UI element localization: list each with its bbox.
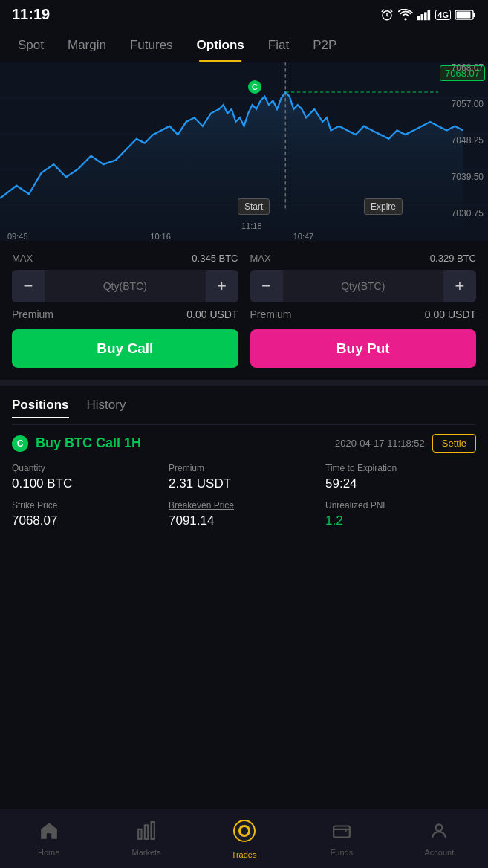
trading-section: MAX 0.345 BTC − + Premium 0.00 USDT MAX … bbox=[0, 241, 488, 380]
wifi-icon bbox=[398, 9, 413, 21]
nav-funds-label: Funds bbox=[331, 848, 354, 857]
start-label: Start bbox=[238, 198, 270, 215]
nav-markets[interactable]: Markets bbox=[97, 821, 195, 857]
left-qty-input[interactable] bbox=[45, 280, 206, 292]
nav-trades[interactable]: Trades bbox=[195, 819, 293, 859]
premium-label: Premium bbox=[169, 463, 319, 473]
tab-options[interactable]: Options bbox=[185, 29, 256, 62]
start-time: 11:18 bbox=[241, 221, 262, 230]
field-pnl: Unrealized PNL 1.2 bbox=[325, 500, 476, 528]
strike-value: 7068.07 bbox=[12, 514, 163, 528]
c-marker: C bbox=[248, 80, 261, 94]
svg-rect-7 bbox=[457, 11, 471, 18]
breakeven-value: 7091.14 bbox=[169, 514, 319, 528]
signal-icon bbox=[417, 9, 431, 21]
right-max-label: MAX 0.329 BTC bbox=[250, 253, 477, 264]
home-icon bbox=[39, 821, 59, 845]
status-time: 11:19 bbox=[12, 6, 50, 23]
positions-tabs: Positions History bbox=[12, 398, 476, 418]
field-breakeven: Breakeven Price 7091.14 bbox=[169, 500, 319, 528]
position-date: 2020-04-17 11:18:52 bbox=[335, 438, 425, 449]
svg-marker-14 bbox=[41, 823, 57, 839]
network-badge: 4G bbox=[435, 10, 451, 20]
field-strike: Strike Price 7068.07 bbox=[12, 500, 163, 528]
nav-account[interactable]: Account bbox=[391, 821, 488, 857]
quantity-value: 0.100 BTC bbox=[12, 476, 163, 491]
alarm-icon bbox=[380, 8, 394, 22]
svg-rect-6 bbox=[473, 13, 475, 17]
pnl-value: 1.2 bbox=[325, 514, 476, 528]
position-grid: Quantity 0.100 BTC Premium 2.31 USDT Tim… bbox=[12, 463, 476, 528]
tab-history[interactable]: History bbox=[87, 398, 126, 418]
tab-margin[interactable]: Margin bbox=[56, 29, 118, 62]
divider bbox=[0, 380, 488, 386]
svg-rect-3 bbox=[424, 12, 427, 20]
buy-call-button[interactable]: Buy Call bbox=[12, 329, 238, 368]
settle-button[interactable]: Settle bbox=[432, 434, 476, 453]
positions-section: Positions History C Buy BTC Call 1H 2020… bbox=[0, 386, 488, 549]
field-premium: Premium 2.31 USDT bbox=[169, 463, 319, 491]
pnl-label: Unrealized PNL bbox=[325, 500, 476, 511]
price-axis: 7068.07 7057.00 7048.25 7039.50 7030.75 bbox=[452, 62, 484, 218]
svg-rect-16 bbox=[145, 825, 148, 838]
svg-rect-15 bbox=[138, 829, 141, 838]
breakeven-label: Breakeven Price bbox=[169, 500, 319, 511]
svg-rect-2 bbox=[421, 14, 424, 20]
left-qty-control: − + bbox=[12, 270, 238, 302]
svg-rect-21 bbox=[334, 826, 350, 837]
right-premium-row: Premium 0.00 USDT bbox=[250, 308, 477, 320]
nav-home-label: Home bbox=[38, 848, 59, 857]
position-header: C Buy BTC Call 1H 2020-04-17 11:18:52 Se… bbox=[12, 434, 476, 453]
left-premium-row: Premium 0.00 USDT bbox=[12, 308, 238, 320]
nav-trades-label: Trades bbox=[232, 850, 257, 859]
trades-icon bbox=[232, 819, 256, 847]
account-icon bbox=[429, 821, 449, 845]
premium-value: 2.31 USDT bbox=[169, 476, 319, 491]
tab-p2p[interactable]: P2P bbox=[301, 29, 348, 62]
quantity-label: Quantity bbox=[12, 463, 163, 473]
right-max: MAX 0.329 BTC − + Premium 0.00 USDT bbox=[250, 253, 477, 320]
strike-label: Strike Price bbox=[12, 500, 163, 511]
right-qty-input[interactable] bbox=[283, 280, 444, 292]
status-icons: 4G bbox=[380, 8, 476, 22]
max-row: MAX 0.345 BTC − + Premium 0.00 USDT MAX … bbox=[12, 253, 476, 320]
nav-account-label: Account bbox=[424, 848, 454, 857]
svg-point-20 bbox=[241, 827, 248, 835]
position-card: C Buy BTC Call 1H 2020-04-17 11:18:52 Se… bbox=[12, 424, 476, 537]
svg-rect-1 bbox=[417, 16, 420, 19]
field-quantity: Quantity 0.100 BTC bbox=[12, 463, 163, 491]
chart-area[interactable]: C 7068.07 7068.07 7057.00 7048.25 7039.5… bbox=[0, 62, 488, 241]
right-qty-control: − + bbox=[250, 270, 477, 302]
expiration-label: Time to Expiration bbox=[325, 463, 476, 473]
nav-home[interactable]: Home bbox=[0, 821, 97, 857]
svg-point-22 bbox=[436, 824, 443, 831]
position-title: Buy BTC Call 1H bbox=[36, 435, 328, 451]
tab-spot[interactable]: Spot bbox=[6, 29, 56, 62]
tab-fiat[interactable]: Fiat bbox=[256, 29, 301, 62]
svg-rect-4 bbox=[428, 10, 431, 20]
battery-icon bbox=[455, 9, 476, 21]
svg-rect-17 bbox=[152, 822, 154, 839]
buy-put-button[interactable]: Buy Put bbox=[250, 329, 477, 368]
nav-funds[interactable]: Funds bbox=[293, 821, 390, 857]
left-max: MAX 0.345 BTC − + Premium 0.00 USDT bbox=[12, 253, 238, 320]
left-max-label: MAX 0.345 BTC bbox=[12, 253, 238, 264]
expire-label: Expire bbox=[364, 198, 403, 215]
buy-buttons-row: Buy Call Buy Put bbox=[12, 329, 476, 368]
field-expiration: Time to Expiration 59:24 bbox=[325, 463, 476, 491]
tab-positions[interactable]: Positions bbox=[12, 398, 69, 418]
expiration-value: 59:24 bbox=[325, 476, 476, 491]
tab-futures[interactable]: Futures bbox=[118, 29, 185, 62]
position-badge: C bbox=[12, 435, 28, 452]
bottom-nav: Home Markets Trades Funds Account bbox=[0, 809, 488, 868]
funds-icon bbox=[332, 821, 351, 845]
right-qty-plus[interactable]: + bbox=[443, 270, 476, 302]
time-axis: 09:45 10:16 10:47 bbox=[0, 232, 443, 241]
right-qty-minus[interactable]: − bbox=[250, 270, 283, 302]
left-qty-minus[interactable]: − bbox=[12, 270, 45, 302]
left-qty-plus[interactable]: + bbox=[206, 270, 238, 302]
status-bar: 11:19 4G bbox=[0, 0, 488, 29]
nav-tabs: Spot Margin Futures Options Fiat P2P bbox=[0, 29, 488, 62]
markets-icon bbox=[137, 821, 156, 845]
nav-markets-label: Markets bbox=[132, 848, 161, 857]
